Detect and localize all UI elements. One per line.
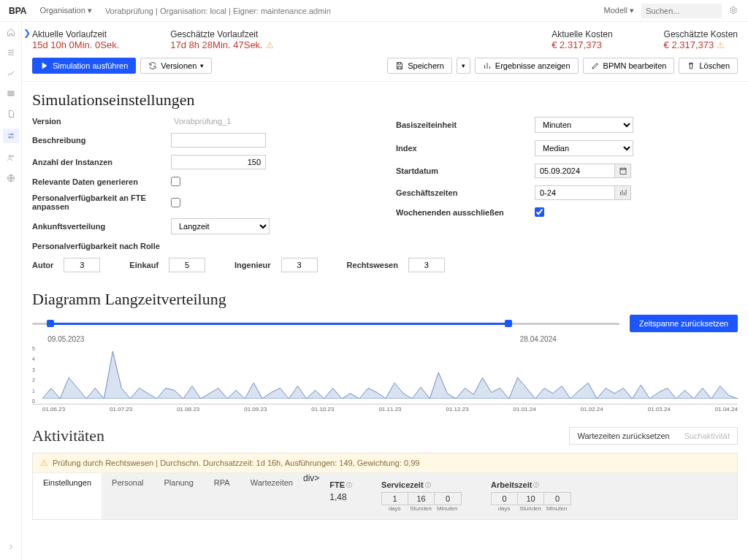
generate-relevant-checkbox[interactable] — [171, 177, 180, 186]
tab-planung[interactable]: Planung — [153, 473, 203, 519]
cost-est-value: € 2.317,373⚠ — [664, 39, 738, 50]
svg-rect-9 — [620, 169, 626, 174]
role-autor-label: Autor — [32, 261, 53, 269]
role-einkauf-label: Einkauf — [129, 261, 159, 269]
calendar-icon[interactable] — [615, 164, 631, 178]
globe-icon[interactable] — [5, 172, 17, 184]
search-activity-button[interactable]: Suchaktivität — [677, 428, 737, 444]
longterm-heading: Diagramm Langzeitverteilung — [32, 290, 738, 309]
warning-icon: ⚠ — [266, 40, 274, 50]
brand: BPA — [9, 6, 26, 16]
arrivals-chart: 543210 01.06.2301.07.2301.08.2301.09.230… — [32, 346, 738, 404]
roles-heading: Personalverfügbarkeit nach Rolle — [22, 239, 748, 253]
roles-row: Autor Einkauf Ingenieur Rechtswesen — [22, 253, 748, 283]
fte-label: FTE — [329, 480, 345, 489]
columns-icon[interactable] — [5, 88, 17, 99]
startdate-label: Startdatum — [396, 166, 535, 175]
users-icon[interactable] — [5, 152, 17, 164]
role-rechtswesen-input[interactable] — [408, 258, 445, 272]
search-input[interactable] — [641, 4, 722, 18]
tab-rpa[interactable]: RPA — [204, 473, 240, 519]
instances-input[interactable] — [171, 155, 266, 169]
leadtime-est-label: Geschätzte Vorlaufzeit — [170, 29, 273, 39]
chart-icon[interactable] — [615, 185, 631, 200]
servicetime-label: Servicezeit — [381, 480, 423, 489]
versions-button[interactable]: Versionen▾ — [140, 58, 212, 74]
reset-range-button[interactable]: Zeitspanne zurücksetzen — [630, 315, 738, 332]
svg-point-5 — [9, 137, 10, 138]
range-end-date: 28.04.2024 — [520, 335, 557, 343]
range-slider[interactable] — [32, 318, 619, 329]
weekend-label: Wochenenden ausschließen — [396, 208, 535, 217]
servicetime-input[interactable]: 1160 — [381, 492, 462, 505]
role-ingenieur-input[interactable] — [281, 258, 318, 272]
description-input[interactable] — [171, 133, 266, 147]
role-autor-input[interactable] — [64, 258, 100, 272]
model-dropdown[interactable]: Modell ▾ — [604, 6, 634, 15]
chart-icon[interactable] — [5, 67, 17, 79]
summary-bar: Aktuelle Vorlaufzeit 15d 10h 0Min. 0Sek.… — [22, 22, 748, 55]
weekend-checkbox[interactable] — [535, 207, 544, 217]
cost-current-value: € 2.317,373 — [552, 39, 612, 50]
tab-wartezeiten[interactable]: Wartezeiten — [240, 473, 303, 519]
svg-point-4 — [11, 134, 12, 135]
expand-icon[interactable] — [5, 541, 17, 553]
home-icon[interactable] — [5, 26, 17, 38]
generate-relevant-label: Relevante Daten generieren — [32, 177, 171, 186]
baseunit-select[interactable]: Minuten — [535, 117, 633, 133]
arrival-select[interactable]: Langzeit — [171, 218, 270, 234]
businesshours-input[interactable] — [535, 185, 615, 200]
settings-form: VersionVorabprüfung_1 Beschreibung Anzah… — [22, 112, 748, 239]
worktime-input[interactable]: 0100 — [491, 492, 571, 505]
index-select[interactable]: Median — [535, 140, 633, 156]
leadtime-est-value: 17d 8h 28Min. 47Sek.⚠ — [170, 39, 273, 50]
list-icon[interactable] — [5, 47, 17, 58]
save-dropdown-button[interactable]: ▾ — [457, 58, 470, 74]
svg-point-7 — [12, 156, 13, 157]
range-start-date: 09.05.2023 — [47, 335, 84, 343]
fte-adjust-checkbox[interactable] — [171, 198, 180, 207]
tab-personal[interactable]: Personal — [102, 473, 153, 519]
settings-heading: Simulationseinstellungen — [32, 91, 738, 110]
cost-current-label: Aktuelle Kosten — [552, 29, 612, 39]
sliders-icon[interactable] — [3, 129, 19, 143]
version-label: Version — [32, 117, 171, 126]
actionbar: Simulation ausführen Versionen▾ Speicher… — [22, 55, 748, 82]
fte-adjust-label: Personalverfügbarkeit an FTE anpassen — [32, 193, 171, 211]
version-value: Vorabprüfung_1 — [171, 117, 231, 126]
breadcrumb: Vorabprüfung | Organisation: local | Eig… — [105, 7, 331, 15]
longterm-section: Diagramm Langzeitverteilung Zeitspanne z… — [22, 283, 748, 412]
warning-icon: ⚠ — [40, 458, 48, 468]
leadtime-current-label: Aktuelle Vorlaufzeit — [32, 29, 119, 39]
activity-banner-text: Prüfung durch Rechtswesen | Durchschn. D… — [53, 459, 419, 467]
info-icon[interactable]: ⓘ — [346, 481, 352, 489]
role-einkauf-input[interactable] — [169, 258, 205, 272]
gear-icon[interactable] — [729, 6, 739, 16]
reset-wait-button[interactable]: Wartezeiten zurücksetzen — [570, 428, 676, 444]
range-handle-end[interactable] — [505, 320, 512, 327]
activity-banner: ⚠Prüfung durch Rechtswesen | Durchschn. … — [33, 453, 737, 473]
topbar: BPA Organisation ▾ Vorabprüfung | Organi… — [0, 0, 748, 22]
delete-button[interactable]: Löschen — [679, 58, 738, 74]
startdate-input[interactable] — [535, 164, 615, 178]
edit-bpmn-button[interactable]: BPMN bearbeiten — [583, 58, 675, 74]
instances-label: Anzahl der Instanzen — [32, 158, 171, 166]
file-icon[interactable] — [5, 108, 17, 120]
run-simulation-button[interactable]: Simulation ausführen — [32, 58, 136, 74]
cost-est-label: Geschätzte Kosten — [664, 29, 738, 39]
description-label: Beschreibung — [32, 136, 171, 145]
role-ingenieur-label: Ingenieur — [234, 261, 271, 269]
index-label: Index — [396, 144, 535, 153]
worktime-label: Arbeitszeit — [491, 480, 532, 489]
arrival-label: Ankunftsverteilung — [32, 222, 171, 231]
range-handle-start[interactable] — [47, 320, 54, 327]
save-button[interactable]: Speichern — [387, 58, 452, 74]
info-icon[interactable]: ⓘ — [533, 481, 539, 489]
leadtime-current-value: 15d 10h 0Min. 0Sek. — [32, 39, 119, 50]
tab-einstellungen[interactable]: Einstellungen — [33, 473, 102, 519]
activities-heading: Aktivitäten — [32, 426, 104, 445]
org-dropdown[interactable]: Organisation ▾ — [39, 6, 91, 15]
show-results-button[interactable]: Ergebnisse anzeigen — [475, 58, 579, 74]
info-icon[interactable]: ⓘ — [425, 481, 431, 489]
iconrail — [0, 22, 22, 560]
